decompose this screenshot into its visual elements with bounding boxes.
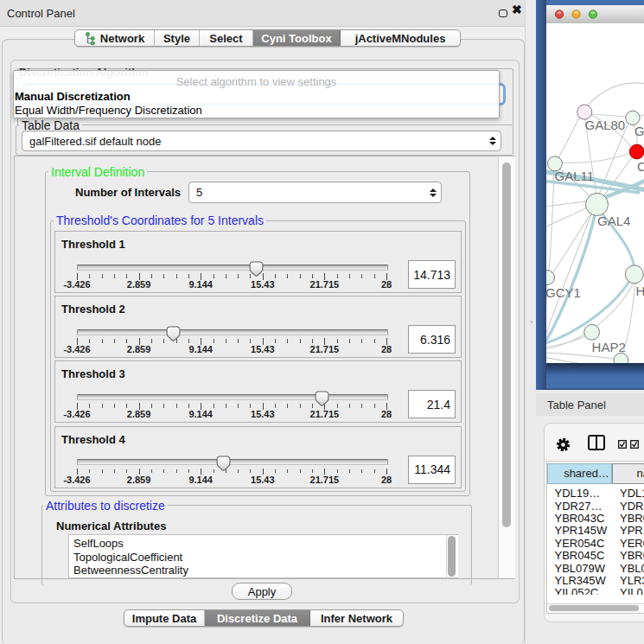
svg-text:GAL80: GAL80 [585,118,626,132]
svg-text:H: H [636,284,644,298]
svg-text:GA: GA [634,124,644,138]
svg-text:CD: CD [637,159,644,174]
svg-text:GAL4: GAL4 [597,214,630,228]
svg-text:HAP2: HAP2 [592,340,626,354]
svg-text:GAL11: GAL11 [555,169,595,183]
svg-text:GCY1: GCY1 [546,285,581,300]
